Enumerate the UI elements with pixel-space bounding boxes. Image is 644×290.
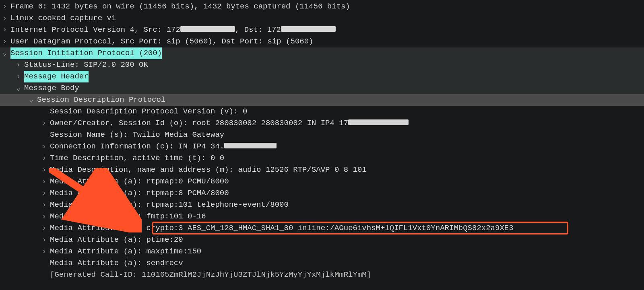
row-text: Session Description Protocol	[37, 94, 165, 106]
chevron-right-icon[interactable]: ›	[42, 199, 50, 211]
chevron-right-icon[interactable]: ›	[42, 222, 50, 234]
tree-row-sdp-attr-sendrecv[interactable]: › Media Attribute (a): sendrecv	[0, 257, 644, 269]
row-text: Media Attribute (a): rtpmap:101 telephon…	[50, 199, 289, 211]
row-text: Media Attribute (a): maxptime:150	[50, 246, 201, 257]
row-text: Media Attribute (a): rtpmap:8 PCMA/8000	[50, 187, 229, 199]
row-text: Frame 6: 1432 bytes on wire (11456 bits)…	[10, 1, 350, 12]
tree-row-sdp-media[interactable]: › Media Description, name and address (m…	[0, 164, 644, 176]
packet-details-tree: › Frame 6: 1432 bytes on wire (11456 bit…	[0, 0, 644, 281]
chevron-down-icon[interactable]: ⌄	[16, 82, 24, 94]
tree-row-frame[interactable]: › Frame 6: 1432 bytes on wire (11456 bit…	[0, 1, 644, 12]
row-text: Media Attribute (a): crypto:3 AES_CM_128…	[50, 222, 514, 234]
tree-row-sdp-attr-rtpmap101[interactable]: › Media Attribute (a): rtpmap:101 teleph…	[0, 199, 644, 211]
tree-row-sdp-version[interactable]: › Session Description Protocol Version (…	[0, 106, 644, 117]
chevron-right-icon[interactable]: ›	[42, 234, 50, 246]
row-text: Connection Information (c): IN IP4 34.	[50, 141, 277, 152]
tree-row-sdp-attr-maxptime[interactable]: › Media Attribute (a): maxptime:150	[0, 246, 644, 257]
tree-row-sdp-attr-ptime[interactable]: › Media Attribute (a): ptime:20	[0, 234, 644, 246]
row-text: Session Name (s): Twilio Media Gateway	[50, 129, 224, 141]
chevron-right-icon[interactable]: ›	[16, 71, 24, 82]
chevron-right-icon[interactable]: ›	[2, 36, 10, 47]
chevron-right-icon[interactable]: ›	[42, 164, 50, 176]
row-text: [Generated Call-ID: 110165ZmRlM2JjNzJhYj…	[50, 269, 371, 281]
row-text: Session Description Protocol Version (v)…	[50, 106, 247, 117]
tree-row-sdp-session-name[interactable]: › Session Name (s): Twilio Media Gateway	[0, 129, 644, 141]
row-text: Owner/Creator, Session Id (o): root 2808…	[50, 117, 409, 129]
redacted-ip	[281, 26, 336, 32]
chevron-right-icon[interactable]: ›	[42, 152, 50, 164]
redacted-ip	[348, 119, 409, 125]
row-text: Media Attribute (a): fmtp:101 0-16	[50, 211, 206, 222]
row-text: Time Description, active time (t): 0 0	[50, 152, 224, 164]
row-text: Message Body	[24, 82, 79, 94]
chevron-down-icon[interactable]: ⌄	[2, 47, 10, 59]
tree-row-sdp-attr-crypto[interactable]: › Media Attribute (a): crypto:3 AES_CM_1…	[0, 222, 644, 234]
tree-row-sip-status-line[interactable]: › Status-Line: SIP/2.0 200 OK	[0, 59, 644, 71]
row-text: Media Attribute (a): rtpmap:0 PCMU/8000	[50, 176, 229, 187]
chevron-right-icon[interactable]: ›	[16, 59, 24, 71]
redacted-ip	[180, 26, 235, 32]
chevron-right-icon[interactable]: ›	[42, 211, 50, 222]
tree-row-message-header[interactable]: › Message Header	[0, 71, 644, 82]
tree-row-sdp[interactable]: ⌄ Session Description Protocol	[0, 94, 644, 106]
chevron-down-icon[interactable]: ⌄	[29, 94, 37, 106]
row-text: User Datagram Protocol, Src Port: sip (5…	[10, 36, 314, 47]
chevron-right-icon[interactable]: ›	[42, 176, 50, 187]
chevron-right-icon[interactable]: ›	[2, 24, 10, 36]
tree-row-sdp-attr-rtpmap8[interactable]: › Media Attribute (a): rtpmap:8 PCMA/800…	[0, 187, 644, 199]
tree-row-sdp-attr-fmtp[interactable]: › Media Attribute (a): fmtp:101 0-16	[0, 211, 644, 222]
row-text: Linux cooked capture v1	[10, 12, 116, 24]
tree-row-udp[interactable]: › User Datagram Protocol, Src Port: sip …	[0, 36, 644, 47]
chevron-right-icon[interactable]: ›	[42, 117, 50, 129]
row-text: Status-Line: SIP/2.0 200 OK	[24, 59, 148, 71]
chevron-right-icon[interactable]: ›	[2, 12, 10, 24]
row-text: Media Description, name and address (m):…	[50, 164, 367, 176]
chevron-right-icon[interactable]: ›	[42, 246, 50, 257]
tree-row-sdp-attr-rtpmap0[interactable]: › Media Attribute (a): rtpmap:0 PCMU/800…	[0, 176, 644, 187]
tree-row-sdp-connection[interactable]: › Connection Information (c): IN IP4 34.	[0, 141, 644, 152]
chevron-right-icon[interactable]: ›	[42, 141, 50, 152]
chevron-right-icon[interactable]: ›	[2, 1, 10, 12]
chevron-right-icon[interactable]: ›	[42, 187, 50, 199]
tree-row-sip[interactable]: ⌄ Session Initiation Protocol (200)	[0, 47, 644, 59]
tree-row-linux-cooked[interactable]: › Linux cooked capture v1	[0, 12, 644, 24]
tree-row-sdp-owner[interactable]: › Owner/Creator, Session Id (o): root 28…	[0, 117, 644, 129]
tree-row-message-body[interactable]: ⌄ Message Body	[0, 82, 644, 94]
row-text: Session Initiation Protocol (200)	[10, 47, 162, 59]
row-text: Internet Protocol Version 4, Src: 172, D…	[10, 24, 336, 36]
redacted-ip	[224, 143, 277, 148]
row-text: Media Attribute (a): ptime:20	[50, 234, 183, 246]
crypto-value: crypto:3 AES_CM_128_HMAC_SHA1_80 inline:…	[146, 224, 513, 232]
tree-row-ipv4[interactable]: › Internet Protocol Version 4, Src: 172,…	[0, 24, 644, 36]
tree-row-sdp-time[interactable]: › Time Description, active time (t): 0 0	[0, 152, 644, 164]
row-text: Media Attribute (a): sendrecv	[50, 257, 183, 269]
row-text: Message Header	[24, 71, 89, 82]
tree-row-generated-callid[interactable]: › [Generated Call-ID: 110165ZmRlM2JjNzJh…	[0, 269, 644, 281]
